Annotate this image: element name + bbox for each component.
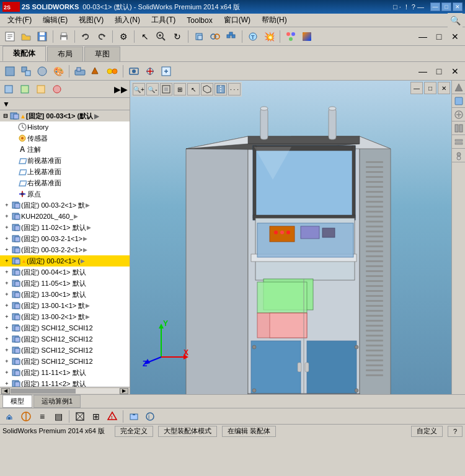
menu-help[interactable]: 帮助(H): [257, 14, 292, 27]
tab-assembly[interactable]: 装配体: [2, 46, 46, 61]
tb2-btn9[interactable]: [143, 64, 157, 79]
feature-tree[interactable]: ⊟ ▲ [固定] 00-03<1> (默认 ▶ History: [0, 110, 130, 387]
right-sidebar-btn-3[interactable]: [452, 108, 465, 121]
tb2-max[interactable]: □: [432, 64, 446, 79]
vp-zoom-btn[interactable]: 🔍+: [133, 83, 145, 95]
bt-btn9[interactable]: i: [143, 409, 157, 424]
tree-part-10[interactable]: + (固定) 13-00-1<1> 默 ▶: [0, 300, 130, 311]
right-sidebar-btn-6[interactable]: [452, 149, 465, 162]
tree-part-13[interactable]: + (固定) SCHI12_SCHI12: [0, 333, 130, 345]
zoom-button[interactable]: [154, 29, 169, 44]
print-button[interactable]: [56, 29, 71, 44]
tree-part-4[interactable]: + (固定) 00-03-2-1<1> ▶: [0, 233, 130, 244]
tree-part-2[interactable]: + KUH2020L_460_ ▶: [0, 211, 130, 222]
part2-expander[interactable]: +: [2, 212, 11, 221]
root-expander[interactable]: ⊟: [1, 112, 10, 120]
vp-section-btn[interactable]: [215, 83, 227, 95]
tb2-btn7[interactable]: [105, 64, 120, 79]
part15-expander[interactable]: +: [2, 357, 11, 366]
tree-part-1[interactable]: + (固定) 00-03-2<1> 默 ▶: [0, 200, 130, 211]
tb2-min[interactable]: —: [415, 64, 430, 79]
menu-toolbox[interactable]: Toolbox: [182, 15, 217, 26]
appearance-button[interactable]: [299, 29, 314, 44]
bt-btn2[interactable]: [19, 409, 33, 424]
tree-sensor[interactable]: 传感器: [0, 133, 130, 144]
explode-view-button[interactable]: 💥: [262, 29, 277, 44]
part12-expander[interactable]: +: [2, 324, 11, 332]
left-tb-btn1[interactable]: [1, 82, 16, 97]
viewport-minimize[interactable]: —: [415, 29, 430, 44]
tree-front-plane[interactable]: 前视基准面: [0, 155, 130, 166]
new-button[interactable]: [2, 29, 17, 44]
menu-view[interactable]: 视图(V): [74, 14, 108, 27]
bt-btn3[interactable]: ≡: [35, 409, 50, 424]
tree-part-6[interactable]: + ▲ (固定) 00-02<1> ( ▶: [0, 255, 130, 267]
bt-btn8[interactable]: [126, 409, 141, 424]
tree-part-8[interactable]: + (固定) 11-05<1> 默认: [0, 278, 130, 289]
menu-insert[interactable]: 插入(N): [110, 14, 145, 27]
right-sidebar-btn-2[interactable]: [452, 94, 465, 108]
tb2-btn4[interactable]: 🎨: [51, 64, 66, 79]
menu-file[interactable]: 文件(F): [2, 14, 37, 27]
part7-expander[interactable]: +: [2, 268, 11, 276]
vp-select-btn[interactable]: ↖: [187, 83, 200, 95]
history-expander[interactable]: [12, 123, 17, 131]
tree-part-9[interactable]: + (固定) 13-00<1> 默认: [0, 289, 130, 300]
bt-btn4[interactable]: ▤: [51, 409, 66, 424]
insert-component-button[interactable]: [192, 29, 206, 44]
part16-expander[interactable]: +: [2, 368, 11, 377]
color-button[interactable]: [283, 29, 298, 44]
tree-part-16[interactable]: + (固定) 11-11<1> 默认: [0, 367, 130, 378]
bt-btn7[interactable]: !: [105, 409, 120, 424]
part8-expander[interactable]: +: [2, 279, 11, 288]
scroll-right-btn[interactable]: ▶: [120, 388, 128, 394]
tb2-close[interactable]: ✕: [448, 64, 463, 79]
bt-btn6[interactable]: ⊞: [89, 409, 104, 424]
3d-viewport[interactable]: 🔍+ 🔍- ⊞ ↖ · · · — □ ✕: [130, 81, 451, 394]
tree-part-7[interactable]: + (固定) 00-04<1> 默认: [0, 267, 130, 278]
part10-expander[interactable]: +: [2, 301, 11, 310]
tab-motion[interactable]: 运动算例1: [33, 395, 81, 408]
search-button[interactable]: 🔍: [448, 13, 463, 28]
part14-expander[interactable]: +: [2, 346, 11, 355]
vp-zoom-sheet-btn[interactable]: ⊞: [174, 83, 186, 95]
vp-corner-max[interactable]: □: [424, 82, 436, 94]
undo-button[interactable]: [78, 29, 93, 44]
left-tb-btn2[interactable]: [17, 82, 32, 97]
horizontal-scrollbar[interactable]: ◀ ▶: [0, 387, 130, 394]
right-sidebar-btn-1[interactable]: [452, 81, 465, 94]
tree-part-5[interactable]: + (固定) 00-03-2-2<1> ▶: [0, 244, 130, 255]
redo-button[interactable]: [94, 29, 109, 44]
viewport-close[interactable]: ✕: [448, 29, 463, 44]
maximize-button[interactable]: □: [441, 2, 451, 11]
tree-part-17[interactable]: + (固定) 11-11<2> 默认: [0, 378, 130, 387]
vp-corner-close[interactable]: ✕: [438, 82, 450, 94]
viewport-maximize[interactable]: □: [432, 29, 446, 44]
minimize-button[interactable]: —: [430, 2, 440, 11]
mate-button[interactable]: [208, 29, 223, 44]
part3-expander[interactable]: +: [2, 223, 11, 232]
bt-btn1[interactable]: [2, 409, 17, 424]
open-button[interactable]: [19, 29, 33, 44]
part9-expander[interactable]: +: [2, 290, 11, 299]
tb2-btn5[interactable]: [73, 64, 87, 79]
tree-history[interactable]: History: [0, 121, 130, 133]
menu-window[interactable]: 窗口(W): [219, 14, 255, 27]
right-sidebar-btn-4[interactable]: [452, 121, 465, 135]
scrollbar-thumb[interactable]: [11, 389, 76, 394]
left-tb-btn3[interactable]: [33, 82, 48, 97]
save-button[interactable]: [35, 29, 50, 44]
tree-part-12[interactable]: + (固定) SCHI12_SCHI12: [0, 322, 130, 333]
left-tb-btn4[interactable]: [50, 82, 64, 97]
tb2-btn6[interactable]: [89, 64, 104, 79]
menu-tools[interactable]: 工具(T): [146, 14, 180, 27]
tb2-btn2[interactable]: [19, 64, 33, 79]
tb2-btn8[interactable]: [126, 64, 141, 79]
close-button[interactable]: ✕: [453, 2, 463, 11]
linear-pattern-button[interactable]: [224, 29, 239, 44]
vp-more-btn[interactable]: · · ·: [228, 83, 241, 95]
tree-part-3[interactable]: + (固定) 11-02<1> 默认 ▶: [0, 222, 130, 233]
tree-root[interactable]: ⊟ ▲ [固定] 00-03<1> (默认 ▶: [0, 110, 130, 121]
tb2-btn10[interactable]: [159, 64, 174, 79]
vp-zoom-out-btn[interactable]: 🔍-: [146, 83, 159, 95]
